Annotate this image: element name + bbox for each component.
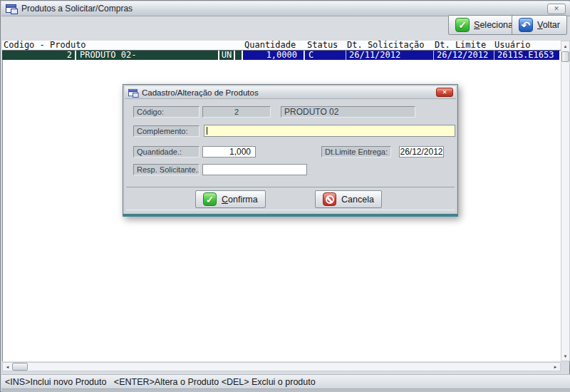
grid-header-row: Codigo - Produto Quantidade Status Dt. S… — [2, 41, 561, 51]
header-dt-solicitacao: Dt. Solicitação — [347, 41, 424, 50]
complemento-input[interactable] — [204, 125, 455, 137]
cell-dt-solicitacao: 26/11/2012 — [346, 51, 433, 60]
cadastro-dialog: Cadastro/Alteração de Produtos ✕ Código:… — [123, 84, 458, 217]
scroll-down-icon[interactable]: ▼ — [561, 352, 569, 360]
resp-solicitante-label: Resp. Solicitante..: — [133, 164, 200, 175]
dialog-form-icon — [128, 88, 138, 96]
header-quantidade: Quantidade — [244, 41, 296, 50]
scroll-right-icon[interactable]: ► — [551, 363, 559, 371]
scroll-left-icon[interactable]: ◄ — [4, 363, 11, 371]
complemento-label: Complemento: — [133, 125, 200, 137]
seleciona-label: Seleciona — [474, 20, 513, 30]
scroll-up-icon[interactable]: ▲ — [561, 42, 569, 50]
cancela-label: Cancela — [341, 195, 374, 205]
check-icon: ✓ — [455, 18, 470, 32]
confirma-button[interactable]: ✓ Confirma — [195, 190, 266, 208]
header-dt-limite: Dt. Limite — [435, 41, 486, 50]
header-usuario: Usuário — [494, 41, 531, 50]
header-codigo-produto: Codigo - Produto — [4, 41, 86, 50]
text-caret — [207, 127, 207, 135]
cell-usuario: 2611S.E1653 — [494, 51, 559, 60]
cell-produto: PRODUTO 02- — [76, 51, 218, 60]
dialog-button-panel: ✓ Confirma Cancela — [126, 187, 455, 210]
no-entry-icon — [323, 192, 336, 206]
window-title: Produtos a Solicitar/Compras — [21, 4, 133, 14]
dt-limite-label: Dt.Limite Entrega: — [321, 146, 391, 158]
toolbar: ✓ Seleciona ↶ Voltar — [1, 16, 570, 41]
codigo-value-panel: 2 — [202, 106, 271, 118]
produto-value-panel: PRODUTO 02 — [281, 106, 415, 118]
app-form-icon — [6, 4, 16, 13]
horizontal-scrollbar[interactable]: ◄ ► — [2, 362, 561, 371]
voltar-label: Voltar — [537, 20, 560, 30]
cell-codigo: 2 — [2, 51, 75, 60]
selected-product-row[interactable]: 2 PRODUTO 02- UN 1,0000 C 26/11/2012 26/… — [2, 51, 561, 60]
close-icon: ✕ — [554, 5, 559, 12]
dt-limite-input[interactable]: 26/12/2012 — [399, 146, 444, 158]
cell-unidade: UN — [219, 51, 234, 60]
quantidade-input[interactable]: 1,000 — [202, 146, 256, 158]
voltar-button[interactable]: ↶ Voltar — [512, 15, 567, 35]
confirma-label: Confirma — [222, 195, 258, 205]
cell-marker — [235, 51, 242, 60]
back-arrow-icon: ↶ — [519, 18, 533, 32]
window-bottom-edge — [1, 389, 570, 392]
dialog-title: Cadastro/Alteração de Produtos — [142, 88, 259, 97]
cell-dt-limite: 26/12/2012 — [433, 51, 494, 60]
horizontal-scroll-thumb[interactable] — [12, 363, 28, 371]
cancela-button[interactable]: Cancela — [315, 190, 382, 208]
window-titlebar[interactable]: Produtos a Solicitar/Compras ✕ — [1, 1, 570, 16]
dialog-titlebar[interactable]: Cadastro/Alteração de Produtos ✕ — [125, 86, 456, 99]
codigo-label: Código: — [133, 106, 200, 118]
status-text: <INS>Inclui novo Produto <ENTER>Altera o… — [5, 377, 316, 387]
vertical-scroll-thumb[interactable] — [561, 51, 569, 62]
check-icon: ✓ — [203, 192, 217, 206]
check-glyph: ✓ — [206, 195, 214, 205]
app-window: Produtos a Solicitar/Compras ✕ ✓ Selecio… — [0, 0, 570, 392]
status-bar: <INS>Inclui novo Produto <ENTER>Altera o… — [1, 374, 570, 389]
dialog-close-button[interactable]: ✕ — [436, 88, 453, 97]
vertical-scrollbar[interactable]: ▲ ▼ — [561, 41, 570, 361]
close-icon: ✕ — [442, 89, 447, 96]
check-glyph: ✓ — [458, 20, 467, 30]
seleciona-button[interactable]: ✓ Seleciona — [448, 15, 520, 35]
quantidade-label: Quantidade.: — [133, 146, 200, 158]
cell-status: C — [304, 51, 346, 60]
header-status: Status — [307, 41, 338, 50]
resp-solicitante-input[interactable] — [202, 164, 307, 175]
back-arrow-glyph: ↶ — [522, 20, 531, 31]
window-close-button[interactable]: ✕ — [547, 4, 566, 14]
cell-quantidade: 1,0000 — [243, 51, 304, 60]
